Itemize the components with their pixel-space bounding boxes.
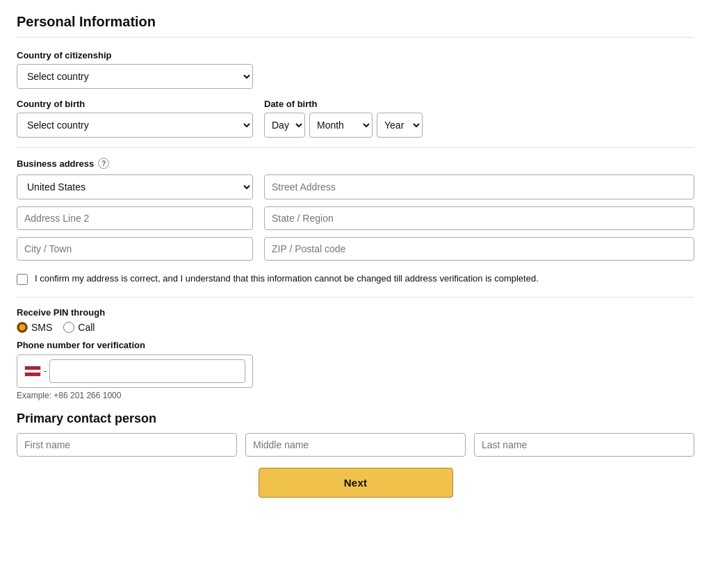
section-divider-2: [17, 297, 694, 297]
citizenship-section: Country of citizenship Select country Un…: [17, 50, 694, 89]
page-container: Personal Information Country of citizens…: [0, 0, 711, 588]
confirm-text: I confirm my address is correct, and I u…: [35, 272, 539, 286]
call-radio-option[interactable]: Call: [63, 322, 95, 333]
business-address-label-row: Business address ?: [17, 158, 694, 169]
top-divider: [17, 37, 694, 38]
zip-postal-input[interactable]: [264, 237, 694, 261]
help-icon[interactable]: ?: [98, 158, 109, 169]
phone-example: Example: +86 201 266 1000: [17, 391, 694, 400]
date-group: Day 1 2 3 Month January February March Y…: [264, 113, 423, 138]
primary-contact-section: Primary contact person: [17, 411, 694, 457]
middle-name-input[interactable]: [245, 433, 466, 457]
pin-radio-group: SMS Call: [17, 322, 694, 333]
phone-flag: -: [24, 366, 47, 377]
dob-section: Date of birth Day 1 2 3 Month January Fe…: [264, 99, 423, 138]
birth-country-section: Country of birth Select country United S…: [17, 99, 253, 138]
call-label: Call: [78, 322, 95, 333]
address-country-select[interactable]: United States United Kingdom Canada: [17, 174, 253, 199]
first-name-input[interactable]: [17, 433, 237, 457]
confirm-row: I confirm my address is correct, and I u…: [17, 272, 694, 286]
dob-label: Date of birth: [264, 99, 423, 109]
last-name-input[interactable]: [474, 433, 694, 457]
name-row: [17, 433, 694, 457]
sms-label: SMS: [31, 322, 52, 333]
pin-label: Receive PIN through: [17, 307, 694, 318]
dob-month-select[interactable]: Month January February March: [309, 113, 373, 138]
phone-label: Phone number for verification: [17, 340, 694, 350]
city-town-input[interactable]: [17, 237, 253, 261]
street-address-input[interactable]: [264, 174, 694, 199]
citizenship-select[interactable]: Select country United States United King…: [17, 64, 253, 89]
address-line2-input[interactable]: [17, 206, 253, 230]
sms-radio-option[interactable]: SMS: [17, 322, 52, 333]
phone-input-wrapper[interactable]: -: [17, 354, 253, 388]
phone-input[interactable]: [49, 359, 245, 383]
business-address-label: Business address: [17, 158, 94, 169]
birth-dob-row: Country of birth Select country United S…: [17, 99, 694, 138]
pin-section: Receive PIN through SMS Call Phone numbe…: [17, 307, 694, 400]
address-row-2: [17, 206, 694, 230]
address-row-3: [17, 237, 694, 261]
birth-country-label: Country of birth: [17, 99, 253, 109]
confirm-checkbox[interactable]: [17, 274, 28, 285]
birth-country-select[interactable]: Select country United States United King…: [17, 113, 253, 138]
address-row-1: United States United Kingdom Canada: [17, 174, 694, 199]
dob-day-select[interactable]: Day 1 2 3: [264, 113, 305, 138]
state-region-input[interactable]: [264, 206, 694, 230]
dob-year-select[interactable]: Year 2000 1990 1980: [377, 113, 423, 138]
section-divider-1: [17, 147, 694, 148]
next-btn-row: Next: [17, 468, 694, 498]
call-radio[interactable]: [63, 322, 74, 333]
sms-radio[interactable]: [17, 322, 28, 333]
business-address-section: Business address ? United States United …: [17, 158, 694, 261]
next-button[interactable]: Next: [259, 468, 453, 498]
primary-contact-label: Primary contact person: [17, 411, 694, 426]
citizenship-label: Country of citizenship: [17, 50, 694, 60]
phone-dash: -: [44, 366, 47, 376]
us-flag-icon: [24, 366, 41, 377]
page-title: Personal Information: [17, 14, 694, 30]
